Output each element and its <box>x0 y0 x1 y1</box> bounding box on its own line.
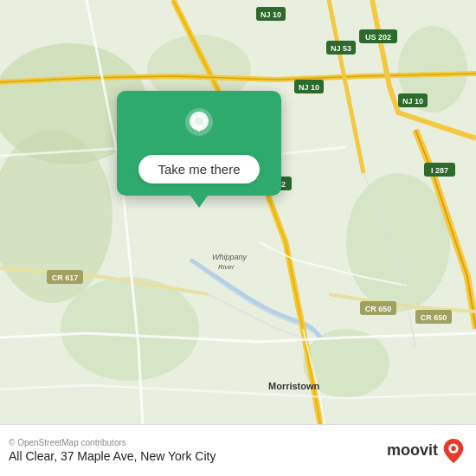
svg-text:CR 650: CR 650 <box>365 305 392 313</box>
svg-text:NJ 10: NJ 10 <box>402 97 423 106</box>
svg-text:Morristown: Morristown <box>268 381 320 391</box>
svg-text:CR 650: CR 650 <box>421 313 447 322</box>
svg-text:River: River <box>218 263 235 271</box>
moovit-pin-icon <box>441 437 466 465</box>
address-text: All Clear, 37 Maple Ave, New York City <box>9 449 215 463</box>
take-me-there-button[interactable]: Take me there <box>138 155 259 183</box>
location-pin-icon <box>179 106 219 146</box>
svg-point-3 <box>61 277 199 381</box>
moovit-logo: moovit <box>387 437 466 465</box>
svg-text:US 202: US 202 <box>365 33 391 42</box>
popup-card: Take me there <box>117 91 281 196</box>
copyright-text: © OpenStreetMap contributors <box>9 438 215 447</box>
bottom-info: © OpenStreetMap contributors All Clear, … <box>9 438 215 463</box>
svg-text:NJ 53: NJ 53 <box>331 44 351 53</box>
bottom-bar: © OpenStreetMap contributors All Clear, … <box>0 424 476 476</box>
svg-point-4 <box>346 173 450 312</box>
svg-point-35 <box>451 446 456 451</box>
svg-text:CR 617: CR 617 <box>52 273 79 282</box>
map-container: NJ 10 US 202 NJ 53 NJ 10 NJ 10 US 202 I … <box>0 0 476 424</box>
svg-text:NJ 10: NJ 10 <box>261 10 281 19</box>
svg-text:I 287: I 287 <box>431 166 448 175</box>
moovit-logo-text: moovit <box>387 441 438 460</box>
svg-text:NJ 10: NJ 10 <box>299 83 319 92</box>
svg-text:Whippany: Whippany <box>212 253 248 261</box>
